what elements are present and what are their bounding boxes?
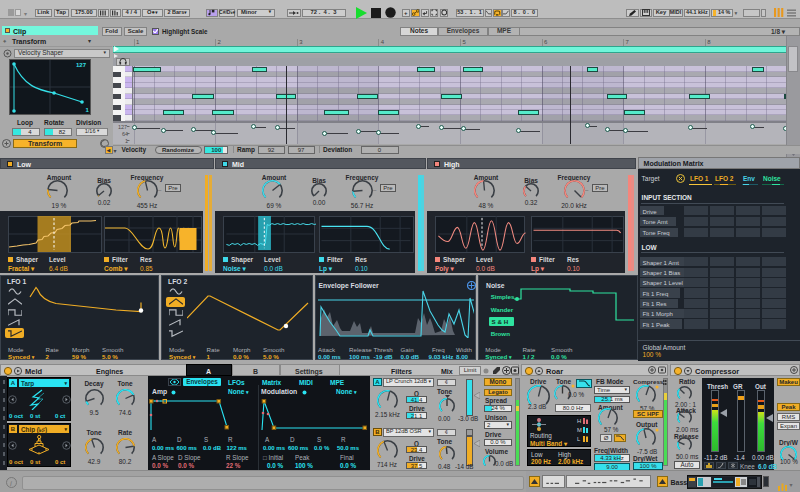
svg-text:127: 127 (118, 123, 127, 129)
svg-text:i: i (10, 479, 12, 488)
